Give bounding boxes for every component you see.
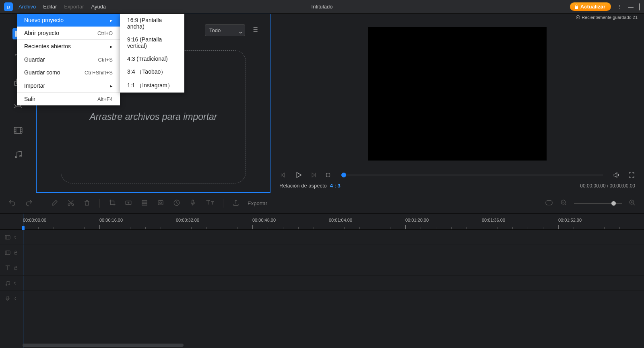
- svg-point-3: [15, 156, 17, 158]
- shortcut: Ctrl+S: [98, 57, 113, 63]
- mic-icon: [4, 295, 11, 302]
- time-display: 00:00:00.00 / 00:00:00.00: [580, 183, 635, 189]
- preview-viewport: [277, 21, 638, 167]
- cut-icon[interactable]: [66, 198, 75, 208]
- file-menu-dropdown: Nuevo proyecto Abrir proyecto Ctrl+O Rec…: [17, 14, 120, 105]
- update-label: Actualizar: [580, 4, 605, 10]
- menu-ayuda[interactable]: Ayuda: [91, 4, 106, 10]
- edit-icon[interactable]: [50, 198, 59, 208]
- menu-item-importar[interactable]: Importar: [17, 79, 120, 92]
- menu-item-salir[interactable]: Salir Alt+F4: [17, 93, 120, 105]
- undo-button[interactable]: [7, 198, 17, 209]
- grid-icon[interactable]: [140, 198, 149, 208]
- dropzone-label: Arrastre archivos para importar: [90, 111, 217, 122]
- speed-icon[interactable]: [172, 198, 181, 208]
- mic-icon[interactable]: [188, 198, 197, 208]
- aspect-label: Relación de aspecto: [279, 183, 327, 189]
- film-icon: [4, 234, 11, 241]
- film-icon: [4, 249, 11, 256]
- menu-item-guardar[interactable]: Guardar Ctrl+S: [17, 53, 120, 66]
- chevron-right-icon: [110, 82, 113, 89]
- lock-icon: [574, 4, 579, 9]
- next-frame-button[interactable]: [310, 171, 317, 179]
- track-audio[interactable]: [0, 276, 644, 291]
- menu-editar[interactable]: Editar: [43, 4, 57, 10]
- zoom-fit-icon[interactable]: [544, 199, 554, 208]
- ruler-mark: 00:00:32.00: [176, 218, 199, 222]
- aspect-option-16-9[interactable]: 16:9 (Pantalla ancha): [120, 14, 184, 33]
- shortcut: Ctrl+O: [97, 30, 113, 36]
- preview-panel: Recientemente guardado 21 Relación de as…: [270, 14, 644, 193]
- timeline-ruler[interactable]: 00:00:00.0000:00:16.0000:00:32.0000:00:4…: [0, 214, 644, 230]
- menu-item-nuevo-proyecto[interactable]: Nuevo proyecto: [17, 14, 120, 27]
- ruler-mark: 00:01:20.00: [405, 218, 429, 222]
- sidebar-music-icon[interactable]: [12, 149, 24, 160]
- ruler-mark: 00:00:16.00: [99, 218, 123, 222]
- menu-exportar[interactable]: Exportar: [64, 4, 84, 10]
- export-icon[interactable]: [231, 198, 240, 208]
- volume-button[interactable]: [613, 171, 621, 179]
- redo-button[interactable]: [24, 198, 34, 209]
- play-button[interactable]: [294, 171, 303, 179]
- add-clip-icon[interactable]: [124, 198, 133, 208]
- main-menu: Archivo Editar Exportar Ayuda: [19, 4, 106, 10]
- sidebar-film-icon[interactable]: [12, 125, 24, 136]
- timeline-toolbar: Exportar: [0, 193, 644, 214]
- volume-icon: [13, 235, 18, 240]
- zoom-slider[interactable]: [574, 203, 622, 204]
- music-icon: [4, 280, 11, 286]
- update-button[interactable]: Actualizar: [570, 2, 611, 11]
- stop-button[interactable]: [324, 171, 332, 179]
- svg-rect-19: [14, 252, 17, 254]
- aspect-option-1-1[interactable]: 1:1 （Instagram）: [120, 79, 184, 93]
- media-filter-select[interactable]: Todo: [205, 24, 245, 36]
- kebab-icon[interactable]: ⋮: [617, 4, 622, 10]
- aspect-value[interactable]: 4 : 3: [330, 183, 341, 189]
- aspect-option-9-16[interactable]: 9:16 (Pantalla vertical): [120, 33, 184, 52]
- list-view-icon[interactable]: [251, 25, 259, 35]
- ruler-mark: 00:00:48.00: [252, 218, 276, 222]
- preview-canvas[interactable]: [368, 27, 547, 161]
- delete-icon[interactable]: [83, 198, 91, 208]
- zoom-in-icon[interactable]: [628, 198, 637, 208]
- prev-frame-button[interactable]: [279, 171, 287, 179]
- svg-rect-13: [192, 200, 194, 203]
- menu-item-label: Importar: [24, 82, 45, 89]
- lock-icon: [13, 266, 18, 270]
- menu-item-guardar-como[interactable]: Guardar como Ctrl+Shift+S: [17, 66, 120, 79]
- menu-item-label: Salir: [24, 96, 35, 102]
- app-logo: μ: [4, 2, 13, 11]
- ruler-mark: 00:01:36.00: [482, 218, 505, 222]
- maximize-button[interactable]: [639, 4, 640, 10]
- menu-item-label: Nuevo proyecto: [24, 17, 64, 23]
- minimize-button[interactable]: —: [628, 4, 634, 10]
- track-voice[interactable]: [0, 291, 644, 306]
- aspect-option-4-3[interactable]: 4:3 (Tradicional): [120, 52, 184, 65]
- timeline[interactable]: 00:00:00.0000:00:16.0000:00:32.0000:00:4…: [0, 214, 644, 348]
- track-video-2[interactable]: [0, 245, 644, 260]
- zoom-out-icon[interactable]: [559, 198, 568, 208]
- record-icon[interactable]: [156, 198, 165, 208]
- aspect-option-3-4[interactable]: 3:4 （Taobao）: [120, 65, 184, 79]
- svg-point-4: [20, 155, 21, 157]
- menu-archivo[interactable]: Archivo: [19, 4, 36, 10]
- svg-rect-18: [5, 251, 10, 254]
- scrub-knob[interactable]: [341, 173, 346, 177]
- track-text[interactable]: [0, 260, 644, 276]
- track-video-1[interactable]: [0, 230, 644, 245]
- menu-item-abrir-proyecto[interactable]: Abrir proyecto Ctrl+O: [17, 27, 120, 39]
- svg-point-22: [9, 284, 10, 285]
- zoom-knob[interactable]: [611, 201, 616, 206]
- document-title: Intitulado: [312, 4, 333, 10]
- menu-item-recientes[interactable]: Recientes abiertos: [17, 40, 120, 53]
- svg-point-5: [576, 16, 580, 19]
- check-circle-icon: [576, 15, 580, 20]
- svg-rect-14: [546, 200, 552, 205]
- text-effect-icon[interactable]: [204, 198, 215, 208]
- export-label[interactable]: Exportar: [248, 200, 267, 206]
- fullscreen-button[interactable]: [628, 171, 635, 179]
- crop-icon[interactable]: [108, 198, 117, 208]
- ruler-mark: 00:01:52.00: [558, 218, 582, 222]
- scrub-slider[interactable]: [341, 175, 603, 175]
- timeline-scrollbar[interactable]: [23, 344, 184, 347]
